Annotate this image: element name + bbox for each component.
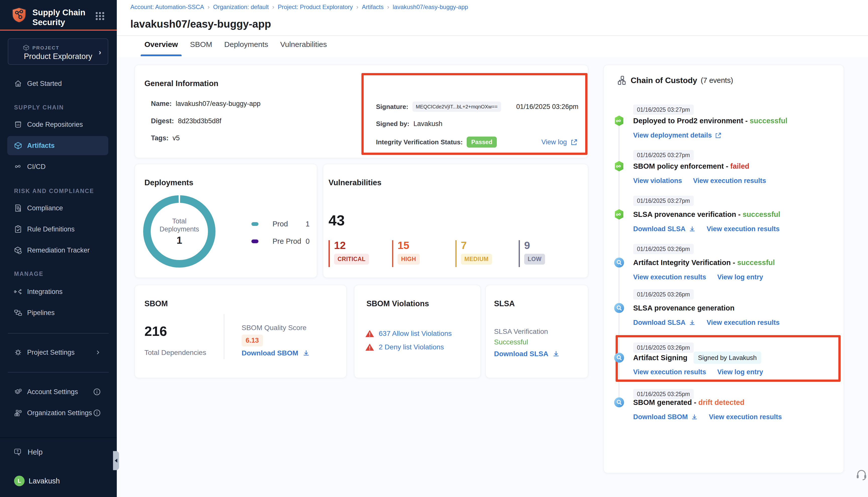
breadcrumb-item[interactable]: Account: Automation-SSCA [130,3,204,11]
tab-sbom[interactable]: SBOM [186,40,216,56]
signature-date: 01/16/2025 03:26pm [516,103,578,111]
sidebar-item-project-settings[interactable]: Project Settings [7,343,108,362]
download-sbom-link[interactable]: Download SBOM [242,349,310,357]
project-selector[interactable]: PROJECT Product Exploratory › [8,39,108,65]
sidebar-item-organization-settings[interactable]: Organization Settings [7,403,108,423]
sidebar-item-rule-definitions[interactable]: Rule Definitions [7,219,108,239]
main-content: General Information Name:lavakush07/easy… [117,57,868,497]
chain-of-custody-icon [618,75,627,85]
sidebar-item-label: CI/CD [27,163,46,171]
sidebar-item-ci-cd[interactable]: CI/CD [7,157,108,176]
event-link[interactable]: Download SLSA [633,319,696,327]
vulnerabilities-card: Vulnerabilities 43 12CRITICAL15HIGH7MEDI… [323,164,588,278]
vuln-count-low: 9 [524,240,579,251]
breadcrumb-item[interactable]: Project: Product Exploratory [278,3,353,11]
sidebar-item-label: Artifacts [27,142,55,150]
sbom-violations-card: SBOM Violations 637 Allow list Violation… [354,285,481,378]
layers-gear-icon [14,388,22,396]
preprod-count: 0 [306,237,310,245]
vuln-severity-badge: MEDIUM [461,254,492,265]
slsa-verification-status: Successful [494,338,528,346]
sidebar-section-manage: MANAGE [14,271,43,278]
name-value: lavakush07/easy-buggy-app [176,100,261,108]
breadcrumb-separator: › [272,3,274,11]
event-links: Download SBOMView execution results [633,413,793,421]
vuln-stat-medium: 7MEDIUM [456,240,516,267]
event-links: View execution resultsView log entry [633,368,774,376]
breadcrumb-item[interactable]: Organization: default [213,3,268,11]
sbom-quality-score: 6.13 [242,335,263,346]
sidebar-item-label: Project Settings [27,349,74,356]
project-selector-label: PROJECT [32,45,59,51]
sbom-violations-title: SBOM Violations [366,299,429,308]
module-grid-icon[interactable] [96,12,105,20]
event-title: Artifact SigningSigned by Lavakush [633,352,761,364]
event-links: Download SLSAView execution results [633,225,790,233]
header-divider [117,36,868,36]
prod-count: 1 [306,220,310,228]
sidebar-item-integrations[interactable]: Integrations [7,282,108,301]
digest-value: 8d23bd3b5d8f [178,117,222,125]
sidebar-item-code-repositories[interactable]: </>Code Repositories [7,115,108,134]
sidebar-item-get-started[interactable]: Get Started [7,74,108,93]
sidebar-item-label: Organization Settings [27,409,92,417]
event-link[interactable]: View execution results [707,225,780,233]
allow-list-violations-link[interactable]: 637 Allow list Violations [379,330,452,338]
sidebar-item-label: Get Started [27,80,62,88]
vulnerabilities-total: 43 [328,212,345,229]
vuln-count-high: 15 [397,240,452,251]
event-link[interactable]: View execution results [693,177,766,185]
allow-list-row: 637 Allow list Violations [365,330,452,338]
view-log-link[interactable]: View log [541,138,578,146]
event-link[interactable]: View execution results [709,413,782,421]
event-link[interactable]: View deployment details [633,131,722,139]
signed-by-badge: Signed by Lavakush [694,352,761,364]
event-icon-wrap [614,303,625,313]
sidebar-item-compliance[interactable]: Compliance [7,199,108,218]
help-button[interactable]: ? Help [14,448,43,456]
event-link[interactable]: View execution results [633,368,706,376]
org-gear-icon [14,409,22,417]
tags-value: v5 [172,134,180,142]
chevron-right-icon: › [99,48,101,56]
sidebar-item-artifacts[interactable]: Artifacts [7,136,108,155]
breadcrumb-item[interactable]: lavakush07/easy-buggy-app [393,3,468,11]
event-link[interactable]: View execution results [633,273,706,281]
tab-vulnerabilities[interactable]: Vulnerabilities [277,40,331,56]
event-timestamp: 01/16/2025 03:27pm [633,196,694,206]
vulnerabilities-title: Vulnerabilities [328,178,381,187]
sidebar-item-pipelines[interactable]: Pipelines [7,303,108,322]
signed-by-value: Lavakush [414,120,443,128]
support-headset-icon[interactable] [855,469,868,481]
breadcrumb-item[interactable]: Artifacts [362,3,384,11]
event-link[interactable]: View execution results [707,319,780,327]
sidebar-item-label: Compliance [27,204,63,212]
signature-value[interactable]: MEQCICde2VjIT...bL+2+mqnOXw== [412,102,501,112]
event-links: View deployment details [633,131,733,139]
event-link[interactable]: View log entry [717,273,763,281]
scan-event-icon [614,257,625,268]
event-link[interactable]: Download SBOM [633,413,698,421]
user-menu[interactable]: L Lavakush [14,475,60,486]
event-icon-wrap [614,115,625,126]
deny-list-violations-link[interactable]: 2 Deny list Violations [379,343,444,351]
scan-event-icon [614,397,625,408]
event-link[interactable]: View log entry [717,368,763,376]
sidebar-collapse-handle[interactable] [113,451,119,470]
general-information-title: General Information [144,79,219,88]
event-link[interactable]: View violations [633,177,682,185]
tab-overview[interactable]: Overview [141,40,182,56]
scan-event-icon [614,303,625,313]
help-chat-icon: ? [14,448,23,456]
sidebar-item-remediation-tracker[interactable]: Remediation Tracker [7,241,108,260]
sidebar-divider [8,372,109,372]
digest-label: Digest: [151,117,174,125]
download-slsa-link[interactable]: Download SLSA [494,350,560,358]
event-link[interactable]: Download SLSA [633,225,696,233]
sidebar-item-account-settings[interactable]: Account Settings [7,382,108,401]
clipboard-check-icon [14,225,22,233]
tab-deployments[interactable]: Deployments [221,40,272,56]
vuln-severity-badge: LOW [524,254,545,265]
chain-event-count: (7 events) [701,76,733,85]
cd-event-icon [614,161,625,172]
